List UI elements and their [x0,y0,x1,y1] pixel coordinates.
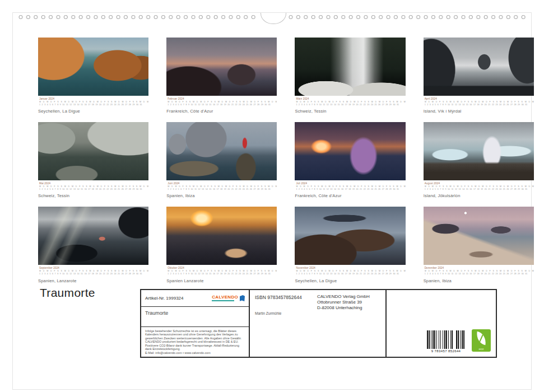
day-numbers-row: 1 2 3 4 5 6 7 8 9 10 11 12 13 14 15 16 1… [39,273,148,276]
mini-calendar-strip: Juni 2024 M D M D F S S M D M D F S S M … [166,182,277,190]
mini-calendar-strip: Oktober 2024 M D M D F S S M D M D F S S… [166,267,277,275]
month-photo [424,38,534,96]
month-caption: Seychellen, La Digue [38,109,148,114]
month-caption: Frankreich, Côte d'Azur [166,109,277,114]
day-numbers-row: 1 2 3 4 5 6 7 8 9 10 11 12 13 14 15 16 1… [39,188,148,191]
calvendo-wordmark-wrap: CALVENDO [212,295,238,301]
day-numbers-row: 1 2 3 4 5 6 7 8 9 10 11 12 13 14 15 16 1… [168,104,277,106]
month-thumbnail: August 2024 M D M D F S S M D M D F S S … [424,122,534,198]
month-caption: Schweiz, Tessin [38,193,148,198]
info-right-column: 9 783457 852644 eco [387,290,496,357]
weekday-row: M D M D F S S M D M D F S S M D M D F S … [425,101,534,104]
month-label: November 2024 [296,267,405,269]
month-thumbnail: Juni 2024 M D M D F S S M D M D F S S M … [166,122,277,198]
mini-calendar-strip: November 2024 M D M D F S S M D M D F S … [295,267,405,275]
month-label: Mai 2024 [39,182,148,185]
mini-calendar-strip: März 2024 M D M D F S S M D M D F S S M … [295,97,405,106]
month-thumbnail: September 2024 M D M D F S S M D M D F S… [38,207,148,283]
month-photo [295,207,405,265]
artikel-number: Artikel-Nr. 1999324 [145,296,183,301]
leaf-icon [476,332,487,345]
month-label: April 2024 [425,97,534,100]
calvendo-page-icon [240,295,245,301]
month-label: Dezember 2024 [425,267,534,269]
month-photo [295,122,405,180]
day-numbers-row: 1 2 3 4 5 6 7 8 9 10 11 12 13 14 15 16 1… [425,273,534,276]
contact-line: E-Mail: info@calvendo.com • www.calvendo… [145,351,245,354]
spiral-binding-rings-left [17,14,258,20]
month-thumbnail: Oktober 2024 M D M D F S S M D M D F S S… [166,207,277,283]
mini-calendar-strip: Dezember 2024 M D M D F S S M D M D F S … [424,267,534,275]
month-thumbnail: Juli 2024 M D M D F S S M D M D F S S M … [295,122,405,198]
month-photo [166,38,277,96]
mini-calendar-strip: April 2024 M D M D F S S M D M D F S S M… [424,97,534,106]
publisher-city: D-82008 Unterhaching [317,305,370,311]
info-left-column: Artikel-Nr. 1999324 CALVENDO Traumorte I… [141,290,250,357]
day-numbers-row: 1 2 3 4 5 6 7 8 9 10 11 12 13 14 15 16 1… [39,104,148,106]
month-photo [38,122,148,180]
month-label: Oktober 2024 [168,267,277,269]
month-photo [424,207,534,265]
product-info-box: Artikel-Nr. 1999324 CALVENDO Traumorte I… [140,289,497,358]
publisher-name: CALVENDO Verlag GmbH [317,294,370,300]
month-photo [295,38,405,96]
page-title: Traumorte [40,286,95,300]
month-caption: Spanien, Ibiza [424,278,534,283]
month-caption: Spanien, Ibiza [166,193,277,198]
months-grid: Januar 2024 M D M D F S S M D M D F S S … [38,38,506,283]
publisher-address: CALVENDO Verlag GmbH Ottobrunner Straße … [317,294,370,311]
calvendo-logo: CALVENDO [212,295,245,301]
month-label: August 2024 [425,182,534,185]
month-caption: Seychellen, La Digue [295,278,405,283]
month-caption: Island, Jökulsárlón [424,193,534,198]
month-caption: Schweiz, Tessin [295,109,405,114]
isbn-number: ISBN 9783457852644 [255,295,302,300]
artikel-cell: Artikel-Nr. 1999324 CALVENDO [141,290,249,307]
legal-cell: Infolge bestehender Schutzrechte ist es … [141,327,249,357]
weekday-row: M D M D F S S M D M D F S S M D M D F S … [168,101,277,104]
weekday-row: M D M D F S S M D M D F S S M D M D F S … [296,101,405,104]
barcode-digits: 9 783457 852644 [425,349,467,353]
month-caption: Island, Vík í Mýrdal [424,109,534,114]
month-label: März 2024 [296,97,405,100]
mini-calendar-strip: Mai 2024 M D M D F S S M D M D F S S M D… [38,182,148,190]
day-numbers-row: 1 2 3 4 5 6 7 8 9 10 11 12 13 14 15 16 1… [168,188,277,191]
mini-calendar-strip: Februar 2024 M D M D F S S M D M D F S S… [166,97,277,106]
product-title: Traumorte [141,307,249,326]
calvendo-tagline-bar [212,300,234,301]
month-caption: Spanien Lanzarote [166,278,277,283]
month-label: Februar 2024 [168,97,277,100]
month-thumbnail: März 2024 M D M D F S S M D M D F S S M … [295,38,405,114]
publisher-street: Ottobrunner Straße 39 [317,300,370,305]
day-numbers-row: 1 2 3 4 5 6 7 8 9 10 11 12 13 14 15 16 1… [296,104,405,106]
month-thumbnail: Januar 2024 M D M D F S S M D M D F S S … [38,38,148,114]
mini-calendar-strip: August 2024 M D M D F S S M D M D F S S … [424,182,534,190]
month-thumbnail: Februar 2024 M D M D F S S M D M D F S S… [166,38,277,114]
month-label: Januar 2024 [39,97,148,100]
day-numbers-row: 1 2 3 4 5 6 7 8 9 10 11 12 13 14 15 16 1… [168,273,277,276]
month-label: September 2024 [39,267,148,269]
day-numbers-row: 1 2 3 4 5 6 7 8 9 10 11 12 13 14 15 16 1… [425,104,534,106]
calvendo-wordmark: CALVENDO [212,295,238,300]
month-thumbnail: April 2024 M D M D F S S M D M D F S S M… [424,38,534,114]
eco-logo: eco [472,329,491,352]
month-label: Juli 2024 [296,182,405,185]
author-name: Martin Zurmühle [255,311,281,315]
day-numbers-row: 1 2 3 4 5 6 7 8 9 10 11 12 13 14 15 16 1… [296,188,405,191]
day-numbers-row: 1 2 3 4 5 6 7 8 9 10 11 12 13 14 15 16 1… [425,188,534,191]
barcode: 9 783457 852644 [425,330,467,353]
month-thumbnail: Dezember 2024 M D M D F S S M D M D F S … [424,207,534,283]
month-caption: Spanien, Lanzarote [38,278,148,283]
legal-text: Infolge bestehender Schutzrechte ist es … [145,329,245,351]
mini-calendar-strip: Januar 2024 M D M D F S S M D M D F S S … [38,97,148,106]
mini-calendar-strip: September 2024 M D M D F S S M D M D F S… [38,267,148,275]
mini-calendar-strip: Juli 2024 M D M D F S S M D M D F S S M … [295,182,405,190]
month-photo [38,38,148,96]
month-caption: Frankreich, Côte d'Azur [295,193,405,198]
barcode-bars [427,330,465,349]
spiral-binding-rings-right [287,14,527,20]
month-photo [38,207,148,265]
day-numbers-row: 1 2 3 4 5 6 7 8 9 10 11 12 13 14 15 16 1… [296,273,405,276]
eco-label: eco [472,347,491,351]
month-thumbnail: November 2024 M D M D F S S M D M D F S … [295,207,405,283]
